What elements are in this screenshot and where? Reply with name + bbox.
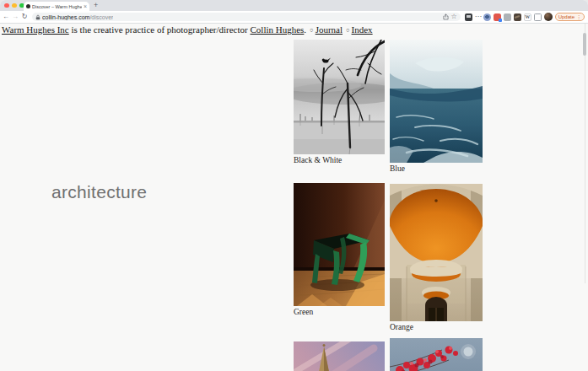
bookmark-star-icon[interactable]: ☆ <box>450 13 456 20</box>
circle-icon: ○ <box>346 26 350 34</box>
circle-icon: ○ <box>310 26 314 34</box>
gallery-item-green[interactable]: Green <box>294 183 385 316</box>
back-button[interactable]: ← <box>3 13 9 20</box>
minimize-window-button[interactable] <box>12 3 17 8</box>
header-period: . <box>304 24 306 35</box>
url-path: /discover <box>89 14 113 20</box>
photo-caption: Orange <box>390 323 483 331</box>
photo-caption: Blue <box>390 164 483 173</box>
photo-caption: Green <box>294 308 385 316</box>
gallery-item-blue[interactable]: Blue <box>390 40 483 173</box>
scrollbar-thumb[interactable] <box>583 33 586 56</box>
site-favicon <box>26 4 30 8</box>
url-host: collin-hughes.com <box>42 14 89 20</box>
site-header: Warm Hughes Inc is the creative practice… <box>2 24 373 35</box>
photo-green-chair[interactable] <box>294 183 385 306</box>
share-icon[interactable] <box>443 13 449 20</box>
extension-icon-dark[interactable] <box>465 13 472 21</box>
gallery-item-orange[interactable]: Orange <box>390 184 483 331</box>
update-button[interactable]: Update⋮ <box>555 13 585 21</box>
url-text: collin-hughes.com/discover <box>42 14 113 20</box>
extensions-overflow-icon[interactable]: ⋯ <box>475 13 481 20</box>
page-content: Warm Hughes Inc is the creative practice… <box>0 23 588 371</box>
header-body-text: is the creative practice of photographer… <box>69 24 251 35</box>
link-collin-hughes[interactable]: Collin Hughes <box>250 24 304 35</box>
extension-icon-page[interactable] <box>534 13 542 21</box>
extension-icon-w[interactable]: W <box>524 13 531 21</box>
gallery-item-pink-sky[interactable] <box>294 341 385 371</box>
tab-strip: Discover – Warm Hughes Inc × + <box>0 0 588 11</box>
photo-orange-domes[interactable] <box>390 184 483 321</box>
link-warm-hughes-inc[interactable]: Warm Hughes Inc <box>2 24 69 35</box>
browser-tab[interactable]: Discover – Warm Hughes Inc × <box>24 2 89 11</box>
photo-pink-sky-spire[interactable] <box>294 341 385 371</box>
extension-icon-gray[interactable] <box>504 13 511 21</box>
profile-avatar[interactable] <box>544 13 553 21</box>
address-bar[interactable]: collin-hughes.com/discover ☆ <box>32 13 461 21</box>
gallery-item-red-flowers[interactable] <box>390 338 483 371</box>
photo-blue-ocean[interactable] <box>390 40 483 163</box>
reload-button[interactable]: ↻ <box>21 13 28 20</box>
photo-caption: Black & White <box>294 156 385 164</box>
browser-window: Discover – Warm Hughes Inc × + ← → ↻ col… <box>0 0 588 371</box>
scrollbar-track <box>585 24 585 283</box>
forward-button[interactable]: → <box>12 13 19 20</box>
extension-icon-bird[interactable] <box>514 13 521 21</box>
kebab-menu-icon: ⋮ <box>576 14 581 19</box>
extension-badge <box>499 19 502 22</box>
tab-close-icon[interactable]: × <box>84 3 87 9</box>
extension-icon-blue-circle[interactable] <box>483 13 491 21</box>
lock-icon <box>35 14 40 20</box>
new-tab-button[interactable]: + <box>94 1 98 9</box>
link-index[interactable]: Index <box>352 24 373 35</box>
update-label: Update <box>558 14 575 19</box>
browser-toolbar: ← → ↻ collin-hughes.com/discover ☆ ⋯ W U… <box>0 11 588 23</box>
tab-title: Discover – Warm Hughes Inc <box>32 4 82 9</box>
link-journal[interactable]: Journal <box>316 24 343 35</box>
photo-red-flowers-sky[interactable] <box>390 338 483 371</box>
photo-black-and-white-trees[interactable] <box>294 40 385 154</box>
filter-architecture[interactable]: architecture <box>51 182 147 202</box>
extension-icon-red-badge[interactable] <box>494 13 501 21</box>
gallery-item-black-and-white[interactable]: Black & White <box>294 40 385 164</box>
close-window-button[interactable] <box>4 3 9 8</box>
